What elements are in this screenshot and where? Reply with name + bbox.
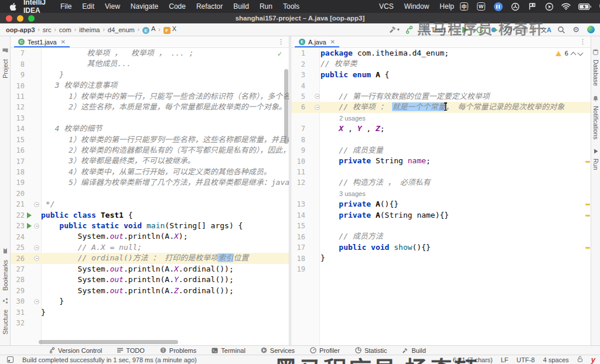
menu-run[interactable]: Run xyxy=(254,2,278,11)
next-warning-icon[interactable] xyxy=(578,50,584,56)
file-encoding[interactable]: UTF-8 xyxy=(517,356,535,363)
run-configuration-select[interactable]: Test1▾ xyxy=(420,24,455,35)
code-line[interactable]: 27 System.out.println(A.X.ordinal()); xyxy=(11,264,289,274)
code-line[interactable]: 22public class Test1 { xyxy=(11,210,289,221)
code-line[interactable]: 12 2）这些名称，本质是常量，每个常量都是此枚举类的一个对象。 xyxy=(11,102,289,112)
fold-region-icon[interactable] xyxy=(34,202,39,207)
code-line[interactable]: 8 其他成员... xyxy=(11,59,289,69)
code-line[interactable]: 5 // 第一行有效数据的位置一定要定义枚举项 xyxy=(291,91,591,102)
code-line[interactable]: 28 System.out.println(A.Y.ordinal()); xyxy=(11,274,289,285)
code-line[interactable]: 7 X , Y , Z; xyxy=(291,123,591,134)
menu-code[interactable]: Code xyxy=(163,2,191,11)
warning-stripe-mark[interactable] xyxy=(585,247,590,249)
code-line[interactable]: 16 // 成员方法 xyxy=(291,231,591,242)
search-icon[interactable] xyxy=(557,25,566,35)
fold-region-icon[interactable] xyxy=(315,94,320,99)
code-line[interactable]: 11 xyxy=(291,167,591,177)
build-hammer-icon[interactable]: ▾ xyxy=(388,25,400,35)
code-line[interactable]: 26 // ordinal()方法 ： 打印的是枚举项索引位置 xyxy=(11,253,289,263)
code-line[interactable]: 14 4 枚举的细节 xyxy=(11,123,289,134)
editor-a-java[interactable]: 6 1package com.itheima.d4_enum;2// 枚举类3p… xyxy=(291,48,591,345)
code-line[interactable]: 9 // 成员变量 xyxy=(291,145,591,156)
code-line[interactable]: 11 1）枚举类中的第一行，只能写一些合法的标识符（名称），多个名称用逗号隔开。 xyxy=(11,91,289,102)
tab-options-kebab-icon[interactable]: ⋮ xyxy=(575,38,591,46)
toolwindow-services[interactable]: Services xyxy=(261,347,295,354)
menu-view[interactable]: View xyxy=(100,2,125,11)
code-line[interactable]: 19 5）编译器为枚举类新增了几个方法，并且枚举类都是继承：java.lang.… xyxy=(11,177,289,188)
code-line[interactable]: 18} xyxy=(291,253,591,263)
warning-stripe-mark[interactable] xyxy=(585,161,590,163)
menu-vcs[interactable]: VCS xyxy=(374,2,399,11)
breadcrumb-item-oop-app3[interactable]: oop-app3 xyxy=(5,26,36,33)
battery-icon[interactable] xyxy=(578,2,591,11)
toolwindow-todo[interactable]: TODO xyxy=(117,347,145,354)
stripe-item-database[interactable]: Database xyxy=(592,46,599,86)
stop-icon[interactable] xyxy=(520,25,530,35)
code-line[interactable]: 10 3 枚举的注意事项 xyxy=(11,80,289,91)
menu-window[interactable]: Window xyxy=(399,2,435,11)
lock-icon[interactable] xyxy=(577,356,583,363)
code-line[interactable]: 8 xyxy=(291,135,591,145)
vcs-branch-icon[interactable] xyxy=(405,25,414,35)
code-line[interactable]: 21 */ xyxy=(11,199,289,210)
code-line[interactable]: 12 // 构造方法 ， 必须私有 xyxy=(291,177,591,188)
code-line[interactable]: 2// 枚举类 xyxy=(291,59,591,69)
inlay-hint-row[interactable]: 2 usages xyxy=(291,113,591,123)
menu-help[interactable]: Help xyxy=(434,2,459,11)
tab-test1-java[interactable]: C Test1.java ✕ xyxy=(14,36,70,47)
toolwindow-statistic[interactable]: Statistic xyxy=(355,347,387,354)
breadcrumb-item-x[interactable]: FX xyxy=(162,25,178,35)
settings-icon[interactable]: ⚙ xyxy=(571,25,581,35)
warning-stripe-mark[interactable] xyxy=(585,215,590,217)
toolwindow-version-control[interactable]: Version Control xyxy=(49,347,102,354)
vertical-scrollbar[interactable] xyxy=(284,69,288,144)
fan-control-icon[interactable] xyxy=(510,2,520,11)
rerun-icon[interactable] xyxy=(475,25,485,35)
code-line[interactable]: 13 private A(){} xyxy=(291,199,591,210)
code-line[interactable]: 23 public static void main(String[] args… xyxy=(11,221,289,231)
line-separator[interactable]: LF xyxy=(501,356,509,363)
profiler-icon[interactable]: ▾ xyxy=(504,25,515,35)
code-line[interactable]: 25 // A.X = null; xyxy=(11,242,289,253)
breadcrumb-item-a[interactable]: EA xyxy=(141,25,156,35)
toolwindow-build[interactable]: Build xyxy=(402,347,425,354)
recording-pause-icon[interactable] xyxy=(493,2,503,11)
run-line-icon[interactable] xyxy=(27,212,32,218)
menu-tools[interactable]: Tools xyxy=(278,2,305,11)
code-line[interactable]: 29 System.out.println(A.Z.ordinal()); xyxy=(11,286,289,296)
code-line[interactable]: 15 1）枚举类的第一行只能罗列一些名称，这些名称都是常量，并且每个常量记录的是… xyxy=(11,135,289,145)
menu-file[interactable]: File xyxy=(55,2,77,11)
code-line[interactable]: 14 private A(String name){} xyxy=(291,210,591,221)
editor-test1-java[interactable]: ✓ 7 枚举项 ， 枚举项 ， ... ;8 其他成员...9 }10 3 枚举… xyxy=(11,48,289,345)
prev-warning-icon[interactable] xyxy=(571,51,577,57)
code-line[interactable]: 7 枚举项 ， 枚举项 ， ... ; xyxy=(11,48,289,59)
code-line[interactable]: 3public enum A { xyxy=(291,70,591,80)
code-line[interactable]: 18 4）枚举类中，从第二行开始，可以定义类的其他各种成员。 xyxy=(11,167,289,177)
tab-options-kebab-icon[interactable]: ⋮ xyxy=(273,38,289,46)
inlay-hint-row[interactable]: 3 usages xyxy=(291,188,591,199)
translate-icon[interactable]: 文A xyxy=(541,25,551,35)
status-message[interactable]: Build completed successfully in 1 sec, 9… xyxy=(22,356,197,363)
code-line[interactable]: 17 3）枚举都是最终类，不可以被继承。 xyxy=(11,156,289,166)
toolwindow-terminal[interactable]: Terminal xyxy=(212,347,246,354)
warning-stripe-mark[interactable] xyxy=(585,204,590,205)
code-line[interactable]: 10 private String name; xyxy=(291,156,591,166)
code-line[interactable]: 32 xyxy=(11,318,289,328)
code-line[interactable]: 17 public void show(){} xyxy=(291,242,591,253)
close-tab-icon[interactable]: ✕ xyxy=(61,39,66,45)
stripe-item-project[interactable]: Project xyxy=(2,46,9,78)
input-source-icon[interactable]: 中 xyxy=(459,2,469,11)
usages-inlay-hint[interactable]: 2 usages xyxy=(321,115,366,122)
plugin-y-icon[interactable]: y xyxy=(591,355,595,364)
debug-icon[interactable] xyxy=(490,25,499,35)
w-app-icon[interactable]: W xyxy=(476,2,486,11)
code-line[interactable]: 4 xyxy=(291,80,591,91)
apple-logo-icon[interactable] xyxy=(9,2,16,11)
tool-window-toggle-icon[interactable] xyxy=(7,356,13,364)
plugin-sphere-icon[interactable] xyxy=(586,25,595,35)
horizontal-scrollbar[interactable] xyxy=(39,340,178,344)
code-line[interactable]: 16 2）枚举类的构造器都是私有的（写不写都只能是私有的），因此，枚举类对外不能… xyxy=(11,145,289,156)
run-line-icon[interactable] xyxy=(27,223,32,229)
code-line[interactable]: 31} xyxy=(11,307,289,318)
breadcrumb-item-com[interactable]: com xyxy=(58,26,73,33)
